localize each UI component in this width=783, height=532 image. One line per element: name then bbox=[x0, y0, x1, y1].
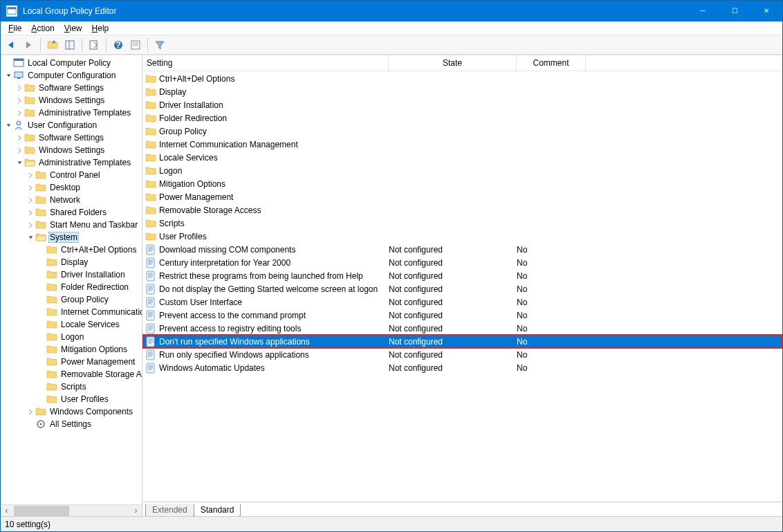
show-panes-button[interactable] bbox=[62, 37, 77, 53]
tree-view[interactable]: Local Computer PolicyComputer Configurat… bbox=[1, 55, 142, 504]
col-setting[interactable]: Setting bbox=[142, 55, 389, 71]
tree-item-desktop[interactable]: Desktop bbox=[1, 181, 142, 194]
tree-expander[interactable] bbox=[26, 208, 35, 217]
list-row-policy[interactable]: Windows Automatic UpdatesNot configuredN… bbox=[142, 361, 782, 374]
tree-item-localeSvc[interactable]: Locale Services bbox=[1, 318, 142, 331]
tree-item-sharedFolders[interactable]: Shared Folders bbox=[1, 206, 142, 219]
tree-item-userConfig[interactable]: User Configuration bbox=[1, 119, 142, 131]
tree-item-removableStorage[interactable]: Removable Storage Access bbox=[1, 368, 142, 380]
folder-icon bbox=[46, 282, 57, 293]
maximize-button[interactable]: ☐ bbox=[719, 1, 750, 21]
tree-item-powerMgmt[interactable]: Power Management bbox=[1, 356, 142, 368]
tree-item-controlPanel[interactable]: Control Panel bbox=[1, 169, 142, 181]
tree-expander[interactable] bbox=[15, 108, 24, 118]
settings-list[interactable]: Ctrl+Alt+Del OptionsDisplayDriver Instal… bbox=[142, 71, 782, 502]
list-row-policy[interactable]: Restrict these programs from being launc… bbox=[142, 269, 782, 282]
tree-item-adminTemplates[interactable]: Administrative Templates bbox=[1, 156, 142, 169]
list-row-policy[interactable]: Don't run specified Windows applications… bbox=[142, 335, 782, 348]
tree-item-adminTemplates[interactable]: Administrative Templates bbox=[1, 107, 142, 119]
tree-item-internetComm[interactable]: Internet Communication Management bbox=[1, 306, 142, 318]
tree-item-allSettings[interactable]: All Settings bbox=[1, 418, 142, 430]
setting-comment: No bbox=[517, 311, 527, 320]
tab-standard[interactable]: Standard bbox=[194, 504, 241, 516]
tree-expander[interactable] bbox=[15, 95, 24, 105]
tree-expander[interactable] bbox=[15, 83, 24, 93]
tree-expander[interactable] bbox=[3, 120, 13, 130]
tree-expander[interactable] bbox=[26, 195, 35, 205]
tab-extended[interactable]: Extended bbox=[145, 504, 194, 516]
up-level-button[interactable] bbox=[45, 37, 60, 53]
tree-item-winComponents[interactable]: Windows Components bbox=[1, 405, 142, 418]
list-row-policy[interactable]: Do not display the Getting Started welco… bbox=[142, 282, 782, 295]
list-row-policy[interactable]: Century interpretation for Year 2000Not … bbox=[142, 256, 782, 269]
policy-icon bbox=[145, 270, 156, 282]
tree-item-root[interactable]: Local Computer Policy bbox=[1, 57, 142, 69]
tree-item-compConfig[interactable]: Computer Configuration bbox=[1, 69, 142, 82]
filter-button[interactable] bbox=[152, 37, 167, 53]
list-row-policy[interactable]: Prevent access to the command promptNot … bbox=[142, 309, 782, 322]
tree-expander[interactable] bbox=[15, 158, 24, 167]
menu-help[interactable]: Help bbox=[87, 22, 114, 35]
list-row-folder[interactable]: Driver Installation bbox=[142, 98, 782, 111]
list-row-folder[interactable]: Logon bbox=[142, 164, 782, 177]
list-row-folder[interactable]: Folder Redirection bbox=[142, 111, 782, 125]
tree-item-softSettings[interactable]: Software Settings bbox=[1, 131, 142, 144]
setting-name: Download missing COM components bbox=[159, 245, 389, 255]
tree-item-folderRedir[interactable]: Folder Redirection bbox=[1, 281, 142, 293]
tree-expander[interactable] bbox=[26, 407, 35, 416]
list-row-policy[interactable]: Run only specified Windows applicationsN… bbox=[142, 348, 782, 361]
tree-item-softSettings[interactable]: Software Settings bbox=[1, 82, 142, 94]
list-row-folder[interactable]: Display bbox=[142, 85, 782, 98]
tree-hscrollbar[interactable]: ‹› bbox=[1, 504, 142, 516]
tree-expander[interactable] bbox=[15, 145, 24, 155]
tree-expander[interactable] bbox=[26, 220, 35, 230]
menu-action[interactable]: Action bbox=[26, 22, 59, 35]
menu-file[interactable]: File bbox=[3, 22, 26, 35]
tree-item-system[interactable]: System bbox=[1, 231, 142, 244]
list-row-folder[interactable]: Mitigation Options bbox=[142, 177, 782, 190]
tree-expander[interactable] bbox=[26, 183, 35, 192]
list-row-folder[interactable]: Ctrl+Alt+Del Options bbox=[142, 72, 782, 85]
tree-item-userProfiles[interactable]: User Profiles bbox=[1, 393, 142, 405]
tree-label: Ctrl+Alt+Del Options bbox=[59, 245, 138, 255]
minimize-button[interactable]: ─ bbox=[687, 1, 719, 21]
nav-forward-button[interactable] bbox=[21, 37, 36, 53]
tree-item-driverInst[interactable]: Driver Installation bbox=[1, 268, 142, 281]
tree-expander[interactable] bbox=[15, 133, 24, 143]
tree-item-startMenu[interactable]: Start Menu and Taskbar bbox=[1, 219, 142, 231]
list-row-folder[interactable]: Removable Storage Access bbox=[142, 203, 782, 217]
tree-item-winSettings[interactable]: Windows Settings bbox=[1, 144, 142, 156]
list-row-folder[interactable]: Locale Services bbox=[142, 151, 782, 164]
col-comment[interactable]: Comment bbox=[517, 55, 586, 71]
export-list-button[interactable] bbox=[86, 37, 102, 53]
list-row-policy[interactable]: Custom User InterfaceNot configuredNo bbox=[142, 295, 782, 309]
help-button[interactable] bbox=[111, 37, 126, 53]
list-row-folder[interactable]: User Profiles bbox=[142, 230, 782, 243]
tree-item-groupPolicy[interactable]: Group Policy bbox=[1, 293, 142, 306]
list-row-folder[interactable]: Group Policy bbox=[142, 125, 782, 138]
tree-item-mitigation[interactable]: Mitigation Options bbox=[1, 343, 142, 356]
tree-item-winSettings[interactable]: Windows Settings bbox=[1, 94, 142, 107]
folder-icon bbox=[24, 107, 35, 118]
tree-item-ctrlAltDel[interactable]: Ctrl+Alt+Del Options bbox=[1, 244, 142, 256]
setting-name: Century interpretation for Year 2000 bbox=[159, 258, 389, 268]
tree-item-network[interactable]: Network bbox=[1, 194, 142, 206]
col-state[interactable]: State bbox=[389, 55, 517, 71]
tree-item-display[interactable]: Display bbox=[1, 256, 142, 268]
tree-expander[interactable] bbox=[26, 232, 35, 242]
nav-back-button[interactable] bbox=[3, 37, 19, 53]
properties-button[interactable] bbox=[128, 37, 143, 53]
list-row-folder[interactable]: Power Management bbox=[142, 190, 782, 203]
menu-view[interactable]: View bbox=[59, 22, 87, 35]
tree-label: User Profiles bbox=[59, 394, 110, 404]
list-row-folder[interactable]: Internet Communication Management bbox=[142, 138, 782, 151]
close-button[interactable]: ✕ bbox=[750, 1, 782, 21]
tree-item-logon[interactable]: Logon bbox=[1, 331, 142, 343]
list-row-policy[interactable]: Prevent access to registry editing tools… bbox=[142, 322, 782, 335]
setting-comment: No bbox=[517, 350, 527, 360]
list-row-policy[interactable]: Download missing COM componentsNot confi… bbox=[142, 243, 782, 256]
tree-expander[interactable] bbox=[26, 170, 35, 180]
tree-item-scripts[interactable]: Scripts bbox=[1, 380, 142, 393]
list-row-folder[interactable]: Scripts bbox=[142, 217, 782, 230]
tree-expander[interactable] bbox=[3, 71, 13, 80]
